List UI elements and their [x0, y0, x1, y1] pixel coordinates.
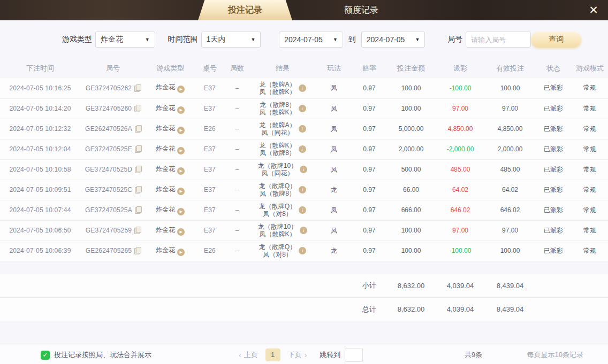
checkbox-checked-icon[interactable]: ✓: [41, 351, 50, 360]
copy-icon[interactable]: [134, 84, 140, 91]
cell-bet-amount: 100.00: [386, 220, 436, 241]
column-header: 状态: [535, 59, 572, 78]
date-from-select[interactable]: 2024-07-05 ▼: [279, 32, 343, 48]
info-icon[interactable]: i: [299, 84, 306, 92]
cell-result: 龙（散牌Q）凤（对8）i: [249, 200, 316, 220]
cell-valid-bet: 485.00: [485, 159, 535, 180]
cell-odds: 0.97: [352, 200, 386, 220]
column-header: 局数: [225, 59, 249, 78]
cell-odds: 0.97: [352, 220, 386, 241]
next-page-button[interactable]: 下页 ›: [288, 350, 307, 360]
pagination: ‹ 上页 1 下页 › 跳转到: [239, 345, 363, 364]
play-icon[interactable]: ▶: [177, 127, 185, 134]
info-icon[interactable]: i: [300, 166, 307, 173]
play-icon[interactable]: ▶: [177, 228, 185, 236]
cell-round-count: –: [225, 78, 249, 98]
page-number-button[interactable]: 1: [265, 348, 280, 361]
cell-round-id: GE3724705262: [80, 78, 146, 98]
cell-table-no: E37: [195, 180, 225, 200]
info-icon[interactable]: i: [299, 125, 306, 133]
copy-icon[interactable]: [135, 166, 141, 173]
total-valid: 8,439.04: [485, 298, 535, 321]
cell-bet-amount: 666.00: [386, 200, 436, 220]
cell-payout: 4,850.00: [436, 119, 485, 139]
cell-round-count: –: [225, 119, 249, 139]
cell-payout: 646.02: [436, 200, 485, 220]
merge-display-label: 投注记录按照局、玩法合并展示: [54, 350, 151, 360]
info-icon[interactable]: i: [300, 227, 307, 234]
cell-game-type: 炸金花 ▶: [146, 200, 195, 220]
query-button[interactable]: 查询: [531, 32, 581, 48]
cell-game-mode: 常规: [572, 78, 608, 98]
result-lines: 龙（散牌Q）凤（散牌8）: [259, 182, 296, 197]
copy-icon[interactable]: [134, 105, 140, 112]
cell-odds: 0.97: [352, 241, 386, 261]
info-icon[interactable]: i: [299, 105, 306, 112]
column-header: 游戏类型: [146, 59, 195, 78]
play-icon[interactable]: ▶: [177, 188, 185, 195]
info-icon[interactable]: i: [299, 206, 306, 214]
game-type-select[interactable]: 炸金花 ▼: [95, 32, 155, 48]
info-icon[interactable]: i: [299, 145, 306, 153]
cell-valid-bet: 2,000.00: [485, 139, 535, 159]
time-range-select[interactable]: 1天内 ▼: [201, 32, 261, 48]
play-icon[interactable]: ▶: [177, 167, 185, 175]
play-icon[interactable]: ▶: [177, 249, 185, 256]
date-to-select[interactable]: 2024-07-05 ▼: [361, 32, 425, 48]
jump-to-label: 跳转到: [320, 350, 340, 360]
cell-game-type: 炸金花 ▶: [146, 241, 195, 261]
cell-status: 已派彩: [535, 139, 572, 159]
table-row: 2024-07-05 10:09:51GE372470525C炸金花 ▶E37–…: [0, 180, 608, 200]
info-icon[interactable]: i: [299, 186, 306, 193]
cell-bet-time: 2024-07-05 10:10:58: [0, 159, 80, 180]
copy-icon[interactable]: [135, 125, 141, 132]
cell-bet-time: 2024-07-05 10:14:20: [0, 98, 80, 119]
cell-play-type: 龙: [316, 180, 352, 200]
jump-to-input[interactable]: [345, 348, 363, 362]
cell-play-type: 凤: [316, 159, 352, 180]
result-lines: 龙（散牌8）凤（散牌K）: [259, 101, 295, 116]
bet-records-table: 下注时间局号游戏类型桌号局数结果玩法赔率投注金额派彩有效投注状态游戏模式 202…: [0, 59, 608, 261]
tab-betting-records[interactable]: 投注记录: [198, 0, 292, 20]
cell-game-mode: 常规: [572, 98, 608, 119]
result-lines: 龙（散牌Q）凤（对8）: [259, 203, 296, 218]
play-icon[interactable]: ▶: [177, 106, 185, 114]
merge-display-checkbox[interactable]: ✓ 投注记录按照局、玩法合并展示: [41, 345, 151, 364]
cell-round-count: –: [225, 241, 249, 261]
tab-quota-records[interactable]: 额度记录: [321, 0, 401, 20]
cell-bet-amount: 100.00: [386, 98, 436, 119]
cell-valid-bet: 4,850.00: [485, 119, 535, 139]
result-lines: 龙（散牌K）凤（散牌8）: [259, 142, 295, 157]
total-label: 总计: [352, 298, 386, 321]
cell-round-id: GE3724705260: [80, 98, 146, 119]
cell-play-type: 凤: [316, 220, 352, 241]
play-icon[interactable]: ▶: [177, 147, 185, 154]
cell-payout: 97.00: [436, 98, 485, 119]
copy-icon[interactable]: [135, 206, 141, 213]
round-id-input[interactable]: [466, 32, 531, 48]
cell-play-type: 凤: [316, 98, 352, 119]
cell-payout: 97.00: [436, 220, 485, 241]
chevron-left-icon: ‹: [239, 351, 241, 359]
column-header: 派彩: [436, 59, 485, 78]
copy-icon[interactable]: [134, 247, 140, 254]
cell-result: 龙（散牌Q）凤（对8）i: [249, 241, 316, 261]
play-icon[interactable]: ▶: [177, 86, 185, 93]
result-content: 龙（散牌10）凤（同花）i: [258, 162, 307, 177]
copy-icon[interactable]: [134, 227, 140, 234]
prev-page-button[interactable]: ‹ 上页: [239, 350, 258, 360]
cell-valid-bet: 646.02: [485, 200, 535, 220]
time-range-value: 1天内: [207, 35, 226, 44]
cell-game-mode: 常规: [572, 220, 608, 241]
copy-icon[interactable]: [135, 186, 141, 193]
column-header: 有效投注: [485, 59, 535, 78]
cell-result: 龙（散牌8）凤（散牌K）i: [249, 98, 316, 119]
cell-game-mode: 常规: [572, 159, 608, 180]
info-icon[interactable]: i: [299, 247, 306, 254]
close-icon[interactable]: ✕: [586, 2, 602, 18]
play-icon[interactable]: ▶: [177, 208, 185, 215]
cell-bet-amount: 66.00: [386, 180, 436, 200]
copy-icon[interactable]: [135, 145, 141, 152]
cell-odds: 0.97: [352, 98, 386, 119]
cell-game-type: 炸金花 ▶: [146, 119, 195, 139]
